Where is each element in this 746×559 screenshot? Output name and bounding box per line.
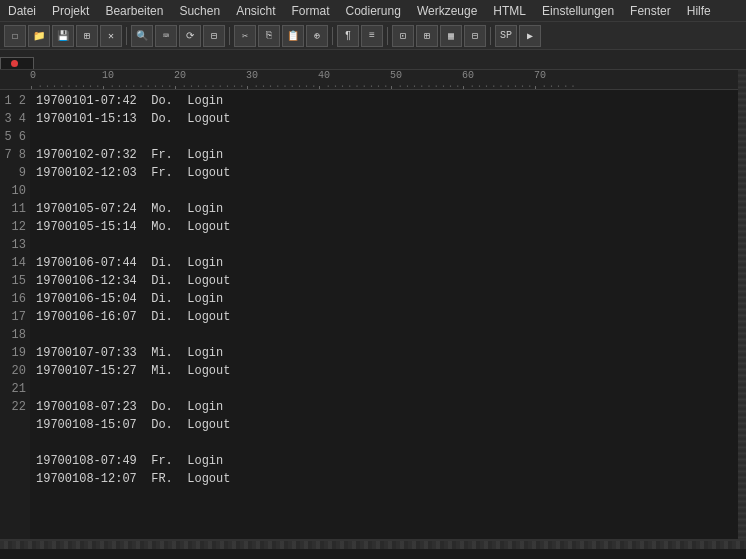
ruler-dot: .	[520, 79, 526, 90]
toolbar-separator	[332, 27, 333, 45]
ruler-dot: .	[412, 79, 418, 90]
ruler-tick	[31, 86, 32, 90]
menu-item-bearbeiten[interactable]: Bearbeiten	[97, 2, 171, 20]
ruler-dot: .	[145, 79, 151, 90]
toolbar-button-12[interactable]: ⎘	[258, 25, 280, 47]
file-tab[interactable]	[0, 57, 34, 69]
code-content[interactable]: 19700101-07:42 Do. Login 19700101-15:13 …	[30, 90, 746, 539]
menu-item-suchen[interactable]: Suchen	[171, 2, 228, 20]
ruler-tick	[319, 86, 320, 90]
toolbar-button-24[interactable]: SP	[495, 25, 517, 47]
toolbar-button-8[interactable]: ⟳	[179, 25, 201, 47]
menu-bar: DateiProjektBearbeitenSuchenAnsichtForma…	[0, 0, 746, 22]
ruler-dot: .	[527, 79, 533, 90]
ruler-dot: .	[469, 79, 475, 90]
toolbar: ☐📁💾⊞✕🔍⌨⟳⊟✂⎘📋⊕¶≡⊡⊞▦⊟SP▶	[0, 22, 746, 50]
toolbar-button-1[interactable]: 📁	[28, 25, 50, 47]
ruler-dot: .	[563, 79, 569, 90]
toolbar-button-0[interactable]: ☐	[4, 25, 26, 47]
line-numbers: 1 2 3 4 5 6 7 8 9 10 11 12 13 14 15 16 1…	[0, 90, 30, 539]
toolbar-button-19[interactable]: ⊡	[392, 25, 414, 47]
ruler-dot: .	[217, 79, 223, 90]
ruler-dot: .	[282, 79, 288, 90]
ruler-dot: .	[541, 79, 547, 90]
ruler-dot: .	[368, 79, 374, 90]
ruler-dot: .	[203, 79, 209, 90]
ruler-tick	[391, 86, 392, 90]
ruler-dot: .	[95, 79, 101, 90]
menu-item-hilfe[interactable]: Hilfe	[679, 2, 719, 20]
ruler-dot: .	[548, 79, 554, 90]
ruler-dot: .	[196, 79, 202, 90]
toolbar-button-4[interactable]: ✕	[100, 25, 122, 47]
content-area[interactable]: 1 2 3 4 5 6 7 8 9 10 11 12 13 14 15 16 1…	[0, 90, 746, 539]
ruler-dot: .	[419, 79, 425, 90]
ruler-dot: .	[224, 79, 230, 90]
ruler-dot: .	[484, 79, 490, 90]
ruler-dot: .	[52, 79, 58, 90]
toolbar-button-20[interactable]: ⊞	[416, 25, 438, 47]
ruler-dot: .	[253, 79, 259, 90]
ruler-dot: .	[354, 79, 360, 90]
toolbar-button-14[interactable]: ⊕	[306, 25, 328, 47]
toolbar-button-21[interactable]: ▦	[440, 25, 462, 47]
toolbar-button-7[interactable]: ⌨	[155, 25, 177, 47]
tab-modified-indicator	[11, 60, 18, 67]
toolbar-button-17[interactable]: ≡	[361, 25, 383, 47]
ruler-dot: .	[124, 79, 130, 90]
menu-item-werkzeuge[interactable]: Werkzeuge	[409, 2, 485, 20]
ruler-dot: .	[332, 79, 338, 90]
toolbar-button-13[interactable]: 📋	[282, 25, 304, 47]
menu-item-datei[interactable]: Datei	[0, 2, 44, 20]
ruler-dot: .	[37, 79, 43, 90]
ruler-dot: .	[426, 79, 432, 90]
ruler-dot: .	[88, 79, 94, 90]
ruler-dot: .	[325, 79, 331, 90]
ruler-dot: .	[476, 79, 482, 90]
ruler: 010203040506070.........................…	[0, 70, 746, 90]
ruler-dot: .	[304, 79, 310, 90]
ruler-dot: .	[296, 79, 302, 90]
ruler-inner: 010203040506070.........................…	[30, 70, 746, 90]
toolbar-button-16[interactable]: ¶	[337, 25, 359, 47]
squiggly-bottom	[0, 539, 746, 549]
ruler-dot: .	[160, 79, 166, 90]
menu-item-codierung[interactable]: Codierung	[338, 2, 409, 20]
ruler-dot: .	[131, 79, 137, 90]
menu-item-einstellungen[interactable]: Einstellungen	[534, 2, 622, 20]
ruler-dot: .	[239, 79, 245, 90]
menu-item-html[interactable]: HTML	[485, 2, 534, 20]
toolbar-separator	[229, 27, 230, 45]
ruler-dot: .	[570, 79, 576, 90]
ruler-dot: .	[109, 79, 115, 90]
ruler-dot: .	[505, 79, 511, 90]
toolbar-button-3[interactable]: ⊞	[76, 25, 98, 47]
toolbar-button-9[interactable]: ⊟	[203, 25, 225, 47]
ruler-dot: .	[404, 79, 410, 90]
ruler-dot: .	[59, 79, 65, 90]
ruler-dot: .	[80, 79, 86, 90]
ruler-dot: .	[340, 79, 346, 90]
toolbar-button-11[interactable]: ✂	[234, 25, 256, 47]
ruler-dot: .	[311, 79, 317, 90]
toolbar-button-2[interactable]: 💾	[52, 25, 74, 47]
ruler-dot: .	[556, 79, 562, 90]
ruler-dot: .	[188, 79, 194, 90]
ruler-tick	[463, 86, 464, 90]
menu-item-format[interactable]: Format	[283, 2, 337, 20]
menu-item-ansicht[interactable]: Ansicht	[228, 2, 283, 20]
ruler-dot: .	[347, 79, 353, 90]
menu-item-fenster[interactable]: Fenster	[622, 2, 679, 20]
ruler-dot: .	[498, 79, 504, 90]
ruler-tick	[103, 86, 104, 90]
toolbar-button-25[interactable]: ▶	[519, 25, 541, 47]
toolbar-button-22[interactable]: ⊟	[464, 25, 486, 47]
ruler-dot: .	[210, 79, 216, 90]
editor-container: 010203040506070.........................…	[0, 70, 746, 539]
ruler-dot: .	[383, 79, 389, 90]
ruler-tick	[535, 86, 536, 90]
ruler-dot: .	[268, 79, 274, 90]
menu-item-projekt[interactable]: Projekt	[44, 2, 97, 20]
toolbar-button-6[interactable]: 🔍	[131, 25, 153, 47]
ruler-dot: .	[397, 79, 403, 90]
